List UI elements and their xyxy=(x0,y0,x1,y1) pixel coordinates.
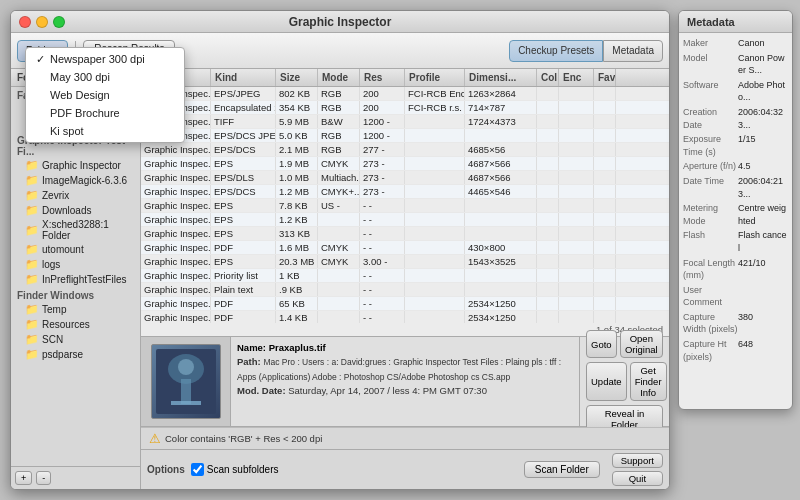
cell-res: - - xyxy=(360,199,405,212)
quit-button[interactable]: Quit xyxy=(612,471,663,486)
menu-item-may300[interactable]: May 300 dpi xyxy=(26,68,184,86)
side-buttons: Goto Open Original Update Get Finder Inf… xyxy=(579,337,669,426)
cell-col xyxy=(537,227,559,240)
table-row[interactable]: Graphic Inspec... EPS/DCS 1.2 MB CMYK+..… xyxy=(141,185,669,199)
sidebar-item-xsched[interactable]: 📁X:sched3288:1 Folder xyxy=(11,218,140,242)
meta-key: Focal Length (mm) xyxy=(683,257,738,282)
table-row[interactable]: Graphic Inspec... Plain text .9 KB - - xyxy=(141,283,669,297)
sidebar-item-imagemagick[interactable]: 📁ImageMagick-6.3.6 xyxy=(11,173,140,188)
update-button[interactable]: Update xyxy=(586,362,627,401)
goto-button[interactable]: Goto xyxy=(586,330,617,358)
folder-icon: 📁 xyxy=(25,333,39,346)
menu-item-kispot[interactable]: Ki spot xyxy=(26,122,184,140)
sidebar-item-utomount[interactable]: 📁utomount xyxy=(11,242,140,257)
cell-folder: Graphic Inspec... xyxy=(141,241,211,254)
cell-enc xyxy=(559,213,594,226)
col-header-kind[interactable]: Kind xyxy=(211,69,276,86)
minimize-button[interactable] xyxy=(36,16,48,28)
sidebar-item-inpreflight[interactable]: 📁InPreflightTestFiles xyxy=(11,272,140,287)
col-header-fav[interactable]: Fav xyxy=(594,69,616,86)
table-row[interactable]: Graphic Inspec... EPS 313 KB - - xyxy=(141,227,669,241)
cell-res: - - xyxy=(360,227,405,240)
cell-res: - - xyxy=(360,283,405,296)
cell-profile xyxy=(405,297,465,310)
cell-size: .9 KB xyxy=(276,283,318,296)
cell-kind: PDF xyxy=(211,311,276,323)
folder-icon: 📁 xyxy=(25,273,39,286)
cell-res: 277 - xyxy=(360,143,405,156)
meta-key: Date Time xyxy=(683,175,738,200)
col-header-size[interactable]: Size xyxy=(276,69,318,86)
cell-enc xyxy=(559,311,594,323)
maximize-button[interactable] xyxy=(53,16,65,28)
metadata-row: Creation Date2006:04:32 3... xyxy=(683,106,788,131)
table-row[interactable]: Graphic Inspec... TIFF 5.9 MB B&W 1200 -… xyxy=(141,115,669,129)
cell-col xyxy=(537,199,559,212)
col-header-enc[interactable]: Enc xyxy=(559,69,594,86)
table-row[interactable]: Graphic Inspec... EPS/DCS 2.1 MB RGB 277… xyxy=(141,143,669,157)
table-row[interactable]: Graphic Inspec... PDF 65 KB - - 2534×125… xyxy=(141,297,669,311)
sidebar-scroll[interactable]: Favorite Folders 📁MacPro 📁Resources Grap… xyxy=(11,87,140,466)
remove-folder-button[interactable]: - xyxy=(36,471,51,485)
table-row[interactable]: Graphic Inspec... EPS/JPEG 802 KB RGB 20… xyxy=(141,87,669,101)
meta-value: 380 xyxy=(738,311,788,336)
meta-key: Aperture (f/n) xyxy=(683,160,738,173)
cell-size: 802 KB xyxy=(276,87,318,100)
cell-profile xyxy=(405,143,465,156)
col-header-dims[interactable]: Dimensi... xyxy=(465,69,537,86)
menu-item-web[interactable]: Web Design xyxy=(26,86,184,104)
open-original-button[interactable]: Open Original xyxy=(620,330,663,358)
col-header-res[interactable]: Res xyxy=(360,69,405,86)
cell-enc xyxy=(559,241,594,254)
cell-kind: EPS xyxy=(211,199,276,212)
cell-kind: EPS/JPEG xyxy=(211,87,276,100)
table-row[interactable]: Graphic Inspec... EPS 7.8 KB US - - - xyxy=(141,199,669,213)
scan-subfolders-checkbox[interactable] xyxy=(191,463,204,476)
sidebar-item-psdparse[interactable]: 📁psdparse xyxy=(11,347,140,362)
sidebar-item-downloads[interactable]: 📁Downloads xyxy=(11,203,140,218)
tab-checkup-presets[interactable]: Checkup Presets xyxy=(509,40,603,62)
table-row[interactable]: Graphic Inspec... EPS/DCS JPEG 5.0 KB RG… xyxy=(141,129,669,143)
sidebar-item-scn[interactable]: 📁SCN xyxy=(11,332,140,347)
table-row[interactable]: Graphic Inspec... EPS/DLS 1.0 MB Multiac… xyxy=(141,171,669,185)
cell-col xyxy=(537,129,559,142)
file-list-scroll[interactable]: Graphic Inspec... EPS/JPEG 802 KB RGB 20… xyxy=(141,87,669,323)
get-finder-info-button[interactable]: Get Finder Info xyxy=(630,362,667,401)
close-button[interactable] xyxy=(19,16,31,28)
cell-size: 354 KB xyxy=(276,101,318,114)
sidebar-item-resources2[interactable]: 📁Resources xyxy=(11,317,140,332)
col-header-mode[interactable]: Mode xyxy=(318,69,360,86)
sidebar-item-zevrix[interactable]: 📁Zevrix xyxy=(11,188,140,203)
sidebar-item-graphic-inspector[interactable]: 📁Graphic Inspector xyxy=(11,158,140,173)
menu-item-newspaper[interactable]: Newspaper 300 dpi xyxy=(26,50,184,68)
cell-fav xyxy=(594,157,616,170)
add-folder-button[interactable]: + xyxy=(15,471,32,485)
cell-fav xyxy=(594,87,616,100)
table-row[interactable]: Graphic Inspec... EPS 1.2 KB - - xyxy=(141,213,669,227)
meta-key: Exposure Time (s) xyxy=(683,133,738,158)
cell-size: 1.2 KB xyxy=(276,213,318,226)
menu-item-pdf[interactable]: PDF Brochure xyxy=(26,104,184,122)
col-header-profile[interactable]: Profile xyxy=(405,69,465,86)
meta-value: Centre weighted xyxy=(738,202,788,227)
cell-fav xyxy=(594,185,616,198)
tab-metadata[interactable]: Metadata xyxy=(603,40,663,62)
table-row[interactable]: Graphic Inspec... Priority list 1 KB - - xyxy=(141,269,669,283)
metadata-content[interactable]: MakerCanonModelCanon Power S...SoftwareA… xyxy=(679,33,792,409)
table-row[interactable]: Graphic Inspec... PDF 1.4 KB - - 2534×12… xyxy=(141,311,669,323)
col-header-col[interactable]: Col xyxy=(537,69,559,86)
cell-folder: Graphic Inspec... xyxy=(141,255,211,268)
scan-folder-button[interactable]: Scan Folder xyxy=(524,461,600,478)
cell-size: 65 KB xyxy=(276,297,318,310)
support-button[interactable]: Support xyxy=(612,453,663,468)
table-row[interactable]: Graphic Inspec... PDF 1.6 MB CMYK - - 43… xyxy=(141,241,669,255)
sidebar-item-temp[interactable]: 📁Temp xyxy=(11,302,140,317)
table-row[interactable]: Graphic Inspec... Encapsulated 2 354 KB … xyxy=(141,101,669,115)
table-row[interactable]: Graphic Inspec... EPS 20.3 MB CMYK 3.00 … xyxy=(141,255,669,269)
metadata-row: Metering ModeCentre weighted xyxy=(683,202,788,227)
table-row[interactable]: Graphic Inspec... EPS 1.9 MB CMYK 273 - … xyxy=(141,157,669,171)
sidebar-item-logs[interactable]: 📁logs xyxy=(11,257,140,272)
meta-value: Adobe Photo... xyxy=(738,79,788,104)
metadata-row: Focal Length (mm)421/10 xyxy=(683,257,788,282)
cell-dims: 1724×4373 xyxy=(465,115,537,128)
